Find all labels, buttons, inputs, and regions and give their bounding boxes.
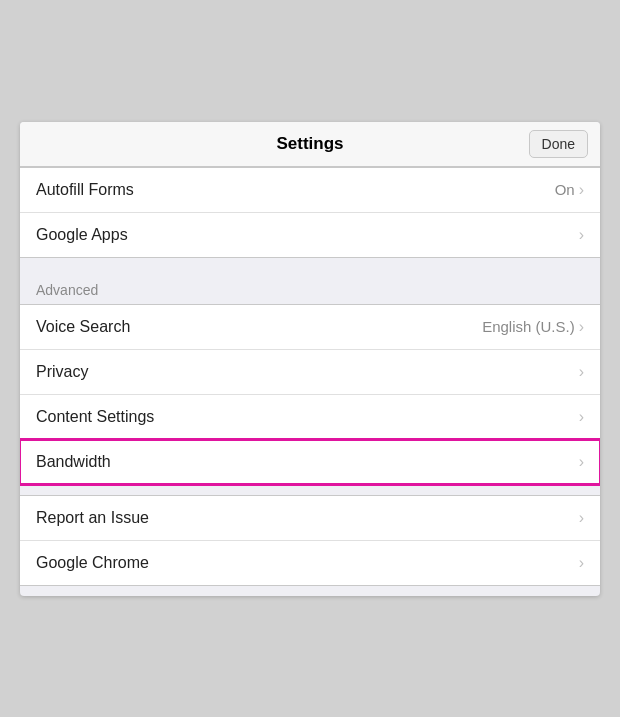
section-group-top: Autofill Forms On › Google Apps › — [20, 167, 600, 258]
row-report-issue[interactable]: Report an Issue › — [20, 496, 600, 541]
voice-search-label: Voice Search — [36, 318, 130, 336]
row-voice-search[interactable]: Voice Search English (U.S.) › — [20, 305, 600, 350]
report-issue-chevron-icon: › — [579, 509, 584, 527]
privacy-label: Privacy — [36, 363, 88, 381]
settings-container: Settings Done Autofill Forms On › Google… — [20, 122, 600, 596]
voice-search-chevron-icon: › — [579, 318, 584, 336]
done-button[interactable]: Done — [529, 130, 588, 158]
report-issue-label: Report an Issue — [36, 509, 149, 527]
row-privacy[interactable]: Privacy › — [20, 350, 600, 395]
privacy-chevron-icon: › — [579, 363, 584, 381]
row-autofill-forms[interactable]: Autofill Forms On › — [20, 168, 600, 213]
advanced-section-header: Advanced — [20, 268, 600, 304]
row-google-apps[interactable]: Google Apps › — [20, 213, 600, 257]
google-apps-label: Google Apps — [36, 226, 128, 244]
google-chrome-label: Google Chrome — [36, 554, 149, 572]
section-top: Autofill Forms On › Google Apps › — [20, 167, 600, 258]
section-group-advanced: Voice Search English (U.S.) › Privacy › … — [20, 304, 600, 485]
row-content-settings[interactable]: Content Settings › — [20, 395, 600, 440]
google-apps-chevron-icon: › — [579, 226, 584, 244]
section-group-bottom: Report an Issue › Google Chrome › — [20, 495, 600, 586]
bandwidth-chevron-icon: › — [579, 453, 584, 471]
section-advanced: Advanced Voice Search English (U.S.) › P… — [20, 268, 600, 485]
autofill-forms-chevron-icon: › — [579, 181, 584, 199]
autofill-forms-label: Autofill Forms — [36, 181, 134, 199]
voice-search-value: English (U.S.) — [482, 318, 575, 335]
bandwidth-label: Bandwidth — [36, 453, 111, 471]
google-chrome-chevron-icon: › — [579, 554, 584, 572]
content-settings-label: Content Settings — [36, 408, 154, 426]
settings-header: Settings Done — [20, 122, 600, 167]
row-bandwidth[interactable]: Bandwidth › — [20, 440, 600, 484]
autofill-forms-value: On — [555, 181, 575, 198]
content-settings-chevron-icon: › — [579, 408, 584, 426]
page-title: Settings — [276, 134, 343, 154]
row-google-chrome[interactable]: Google Chrome › — [20, 541, 600, 585]
section-bottom: Report an Issue › Google Chrome › — [20, 495, 600, 586]
